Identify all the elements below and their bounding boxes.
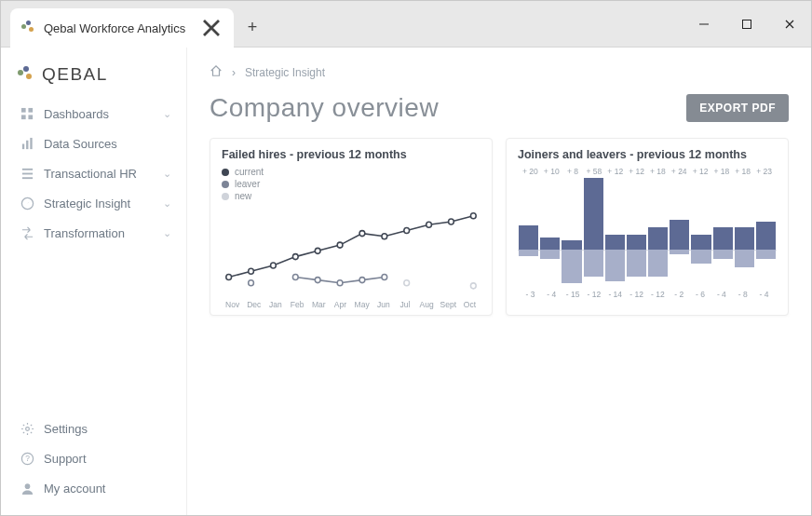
bar-chart-top-labels: + 20+ 10+ 8+ 58+ 12+ 12+ 18+ 24+ 12+ 18+… [518,167,777,176]
chevron-right-icon: › [232,66,236,79]
svg-point-31 [315,278,320,283]
sidebar-item-data-sources[interactable]: Data Sources [14,129,177,157]
svg-point-33 [359,278,365,283]
svg-rect-5 [28,115,33,119]
svg-point-30 [292,274,298,279]
svg-rect-11 [21,177,32,179]
svg-rect-10 [21,172,32,174]
svg-point-13 [25,427,29,430]
svg-point-23 [359,231,365,237]
close-tab-button[interactable] [200,17,223,39]
sidebar-item-strategic-insight[interactable]: Strategic Insight ⌄ [14,189,177,217]
app-favicon [21,20,36,35]
minimize-button[interactable] [683,1,725,47]
joiners-leavers-chart [518,176,777,288]
sidebar-item-label: Transformation [44,226,125,240]
chevron-down-icon: ⌄ [163,168,171,180]
svg-rect-1 [743,20,751,28]
bars-icon [20,136,34,151]
svg-text:?: ? [25,454,30,463]
main-content: › Strategic Insight Company overview EXP… [187,48,811,516]
svg-point-34 [382,274,387,279]
window-titlebar: Qebal Workforce Analytics + [1,1,811,48]
svg-point-12 [21,197,33,209]
sidebar-item-dashboards[interactable]: Dashboards ⌄ [14,100,177,128]
svg-point-28 [470,213,476,219]
nav-main: Dashboards ⌄ Data Sources Transactional … [14,100,177,247]
browser-tab[interactable]: Qebal Workforce Analytics [10,8,234,48]
sidebar-item-support[interactable]: ? Support [14,444,177,472]
sidebar-item-label: Settings [44,422,88,436]
svg-rect-9 [21,168,32,170]
svg-rect-6 [21,143,23,149]
line-chart-xaxis: NovDecJanFebMarAprMayJunJulAugSeptOct [222,298,480,311]
page-title: Company overview [210,93,439,123]
svg-point-21 [315,248,320,253]
svg-point-25 [404,227,410,233]
svg-point-32 [337,280,343,286]
transform-icon [20,225,34,240]
bar-chart-bottom-labels: - 3- 4- 15- 12- 14- 12- 12- 2- 6- 4- 8- … [518,288,777,299]
compass-icon [20,196,34,210]
new-tab-button[interactable]: + [234,8,271,47]
sidebar-item-label: My account [44,482,105,496]
svg-rect-2 [20,107,25,112]
chevron-down-icon: ⌄ [163,197,171,210]
brand-logo: QEBAL [18,64,173,85]
home-icon[interactable] [210,64,223,80]
chevron-down-icon: ⌄ [163,227,171,239]
svg-point-36 [470,283,476,289]
sidebar-item-label: Strategic Insight [44,197,130,210]
sidebar-item-label: Dashboards [44,107,109,121]
sidebar-item-label: Support [44,452,87,466]
card-joiners-leavers: Joiners and leavers - previous 12 months… [506,138,789,316]
svg-point-29 [249,280,254,286]
card-title: Joiners and leavers - previous 12 months [518,148,777,161]
dashboard-icon [20,106,34,121]
svg-point-17 [226,274,232,279]
sidebar: QEBAL Dashboards ⌄ Data Sources Transact… [1,48,187,516]
gear-icon [20,421,34,436]
maximize-button[interactable] [725,1,768,47]
svg-rect-8 [30,137,32,148]
brand-name: QEBAL [42,64,108,85]
svg-point-35 [404,280,410,286]
nav-bottom: Settings ? Support My account [14,414,177,502]
svg-point-22 [337,242,343,248]
failed-hires-chart [222,203,480,294]
sidebar-item-transformation[interactable]: Transformation ⌄ [14,219,177,247]
close-window-button[interactable] [768,1,811,47]
breadcrumb: › Strategic Insight [210,64,789,80]
sidebar-item-label: Transactional HR [44,167,137,181]
svg-point-20 [292,254,298,260]
svg-point-18 [249,268,254,274]
svg-point-19 [271,263,277,268]
chevron-down-icon: ⌄ [163,108,171,120]
svg-point-24 [382,234,387,239]
sidebar-item-label: Data Sources [44,137,117,151]
sidebar-item-settings[interactable]: Settings [14,414,177,442]
help-icon: ? [20,451,34,466]
sidebar-item-my-account[interactable]: My account [14,474,177,502]
tab-title: Qebal Workforce Analytics [44,21,185,35]
svg-rect-4 [20,115,25,119]
svg-point-16 [24,483,30,489]
svg-point-27 [449,219,454,224]
list-icon [20,166,34,181]
card-title: Failed hires - previous 12 months [222,148,480,161]
user-icon [20,481,34,496]
svg-point-26 [426,222,432,227]
svg-rect-7 [26,140,28,148]
line-chart-legend: current leaver new [222,167,480,201]
svg-rect-3 [28,107,33,112]
window-controls [683,1,811,47]
export-pdf-button[interactable]: EXPORT PDF [686,94,789,122]
breadcrumb-current: Strategic Insight [245,66,325,79]
sidebar-item-transactional-hr[interactable]: Transactional HR ⌄ [14,159,177,187]
card-failed-hires: Failed hires - previous 12 months curren… [210,138,493,316]
